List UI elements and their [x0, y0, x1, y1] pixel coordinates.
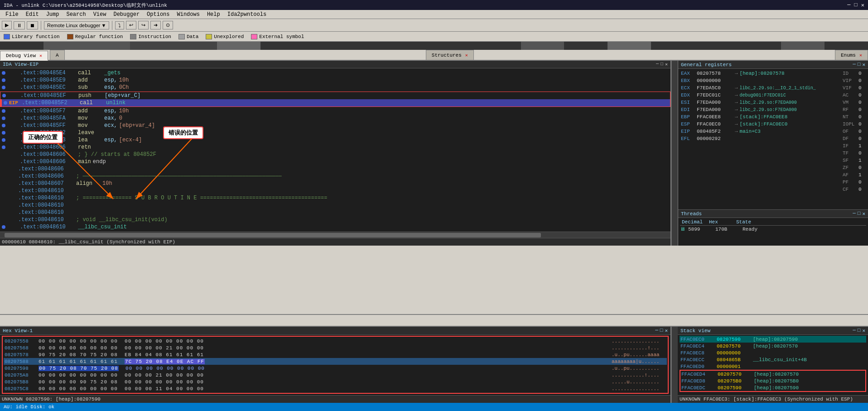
- menu-search[interactable]: Search: [63, 10, 89, 19]
- code-line: .text:080485FF mov ecx, [ebp+var_4]: [0, 122, 670, 129]
- tab-a[interactable]: A: [50, 50, 65, 60]
- close-button[interactable]: ✕: [861, 2, 864, 9]
- tab-enums[interactable]: Enums ✕: [835, 50, 868, 60]
- flag-vif-val: 0: [858, 85, 865, 91]
- toolbar: ▶ ⏸ ⏹ Remote Linux debugger ▼ ⤵ ↩ ↪ ➜ ⊙: [0, 19, 868, 32]
- code-op1: esp,: [104, 137, 117, 143]
- menu-debugger[interactable]: Debugger: [110, 10, 143, 19]
- reg-close-icon[interactable]: ✕: [862, 62, 865, 68]
- legend-data: Data: [178, 34, 198, 39]
- ida-view-restore-icon[interactable]: □: [661, 62, 663, 67]
- flag-nt-label: NT: [843, 114, 858, 120]
- menu-edit[interactable]: Edit: [22, 10, 43, 19]
- reg-row-eip: EIP 080485F2 → main+C3 OF 0: [680, 128, 866, 135]
- stack-restore-icon[interactable]: □: [858, 328, 861, 334]
- minimize-button[interactable]: ─: [847, 2, 850, 9]
- ida-view-close-icon[interactable]: ✕: [665, 62, 668, 67]
- tab-debug-view-label: Debug View: [6, 53, 36, 58]
- ida-scrollbar-v[interactable]: [671, 61, 678, 246]
- legend-instruction: Instruction: [130, 34, 171, 39]
- window-title: IDA - unlink C:\Users\a250414958\Desktop…: [4, 2, 167, 9]
- menu-help[interactable]: Help: [203, 10, 224, 19]
- breakpoint-dot: [2, 94, 6, 97]
- reg-restore-icon[interactable]: □: [858, 62, 861, 68]
- call-box: .text:080485EF push [ebp+var_C] EIP .tex…: [0, 92, 670, 107]
- run-to-cursor-button[interactable]: ➜: [150, 21, 161, 29]
- pause-button[interactable]: ⏸: [14, 21, 25, 29]
- hex-minimize-icon[interactable]: ─: [655, 328, 658, 334]
- hex-close-icon[interactable]: ✕: [665, 328, 668, 334]
- step-into-button[interactable]: ↩: [126, 21, 136, 29]
- code-mnem: align: [76, 180, 99, 187]
- hex-area[interactable]: 08207558 00 00 00 00 00 00 00 00 00 00 0…: [0, 335, 670, 395]
- legend-label-external: External symbol: [259, 34, 304, 39]
- reg-row-flags: IF 1: [680, 142, 866, 150]
- menu-ida2pwntools[interactable]: Ida2pwntools: [224, 10, 270, 19]
- stack-area[interactable]: FFAC0EC0 08207590 [heap]:08207590 FFAC0E…: [678, 335, 868, 395]
- stack-panel: Stack view ─ □ ✕ FFAC0EC0 08207590 [heap…: [678, 327, 868, 403]
- tab-structures[interactable]: Structures ✕: [426, 50, 474, 60]
- code-line: .text:080485E9 add esp, 10h: [0, 77, 670, 84]
- step-out-button[interactable]: ↪: [138, 21, 149, 29]
- hex-row: 082075A8 00 00 00 00 00 00 00 00 00 00 0…: [4, 372, 667, 378]
- breakpoint-button[interactable]: ⊙: [163, 21, 173, 29]
- play-button[interactable]: ▶: [2, 21, 12, 29]
- tab-structures-label: Structures: [432, 53, 462, 58]
- hex-redbox: 08207558 00 00 00 00 00 00 00 00 00 00 0…: [2, 336, 669, 394]
- menu-options[interactable]: Options: [143, 10, 173, 19]
- legend-color-data: [178, 34, 185, 39]
- step-over-button[interactable]: ⤵: [115, 21, 124, 29]
- bottom-scrollbar-v[interactable]: [671, 327, 678, 403]
- threads-table: Decimal Hex State 🖥 5899 170B Ready: [678, 218, 868, 233]
- nav-bar: [0, 42, 868, 50]
- col-state: State: [734, 219, 762, 225]
- code-mnem: mov: [78, 122, 101, 129]
- menu-bar: File Edit Jump Search View Debugger Opti…: [0, 10, 868, 19]
- tab-debug-view-close[interactable]: ✕: [39, 53, 42, 58]
- col-hex: Hex: [707, 219, 734, 225]
- menu-file[interactable]: File: [2, 10, 22, 19]
- code-mnem: mov: [78, 115, 101, 121]
- legend-label-data: Data: [187, 34, 198, 39]
- debugger-label: Remote Linux debugger: [47, 23, 100, 28]
- tab-enums-close[interactable]: ✕: [859, 53, 862, 58]
- stop-button[interactable]: ⏹: [27, 21, 38, 29]
- menu-jump[interactable]: Jump: [43, 10, 63, 19]
- bottom-layout: Hex View-1 ─ □ ✕ 08207558 00 00 00 00 00…: [0, 326, 868, 403]
- stack-close-icon[interactable]: ✕: [862, 328, 865, 334]
- ida-scrollbar-h[interactable]: [0, 232, 670, 238]
- flag-rf-label: RF: [843, 107, 858, 112]
- menu-view[interactable]: View: [90, 10, 110, 19]
- hex-restore-icon[interactable]: □: [660, 328, 663, 334]
- breakpoint-dot: [2, 131, 5, 135]
- menu-windows[interactable]: Windows: [174, 10, 203, 19]
- threads-minimize-icon[interactable]: ─: [853, 211, 856, 217]
- threads-close-icon[interactable]: ✕: [862, 211, 865, 217]
- code-mnem: add: [78, 77, 101, 83]
- breakpoint-dot: [2, 109, 5, 113]
- reg-minimize-icon[interactable]: ─: [853, 62, 856, 68]
- tab-structures-close[interactable]: ✕: [465, 53, 468, 58]
- ida-scrollbar-thumb[interactable]: [5, 233, 541, 237]
- breakpoint-dot: [2, 116, 5, 120]
- flag-tf-val: 0: [858, 150, 865, 156]
- tab-debug-view[interactable]: Debug View ✕: [0, 51, 48, 61]
- threads-header: Threads ─ □ ✕: [678, 210, 868, 218]
- stack-row-redbox1: FFAC0ED4 08207570 [heap]:08207570: [680, 371, 865, 377]
- stack-minimize-icon[interactable]: ─: [853, 328, 856, 334]
- minimap[interactable]: [0, 42, 868, 50]
- eip-label: EIP: [9, 100, 22, 106]
- code-addr: .text:08048610: [20, 224, 74, 230]
- ida-view-panel: IDA View-EIP ─ □ ✕ .text:080485E4 call _…: [0, 61, 671, 246]
- threads-restore-icon[interactable]: □: [858, 211, 861, 217]
- ida-view-minimize-icon[interactable]: ─: [656, 62, 659, 67]
- maximize-button[interactable]: □: [854, 2, 858, 9]
- flag-id-label: ID: [843, 71, 858, 76]
- panels-row: IDA View-EIP ─ □ ✕ .text:080485E4 call _…: [0, 61, 868, 246]
- code-area[interactable]: .text:080485E4 call _gets .text:080485E9…: [0, 68, 670, 232]
- flag-ac-label: AC: [843, 92, 858, 98]
- breakpoint-dot: [2, 138, 5, 142]
- debugger-dropdown[interactable]: Remote Linux debugger ▼: [44, 21, 109, 29]
- flag-nt-val: 0: [858, 114, 865, 120]
- ida-view-header: IDA View-EIP ─ □ ✕: [0, 61, 670, 68]
